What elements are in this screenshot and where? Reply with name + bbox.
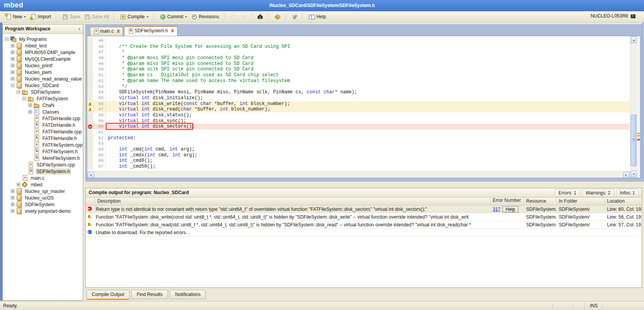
tree-item[interactable]: SDFileSystem.cpp	[3, 161, 83, 168]
scroll-right-icon[interactable]	[623, 172, 630, 178]
tree-item[interactable]: MemFileSystem.h	[3, 155, 83, 161]
code-text[interactable]: int _cmd58();	[106, 164, 155, 170]
toolbar-button[interactable]	[228, 12, 238, 21]
tree-expander-icon[interactable]	[23, 170, 26, 173]
code-line[interactable]: 47 *	[87, 49, 630, 55]
toolbar-button[interactable]	[255, 12, 265, 21]
tree-expander-icon[interactable]	[11, 44, 14, 47]
code-line[interactable]: 54 SDFileSystem(PinName mosi, PinName mi…	[87, 89, 630, 95]
code-text[interactable]: virtual int disk_sectors();	[106, 124, 195, 130]
code-text[interactable]: int _cmd(int cmd, int arg);	[106, 147, 195, 152]
table-row[interactable]: Function "FATFileSystem::disk_read(std::…	[86, 221, 642, 229]
column-error-number[interactable]: Error Number	[490, 198, 524, 205]
tree-expander-icon[interactable]	[28, 150, 32, 153]
tree-expander-icon[interactable]	[28, 110, 32, 114]
code-line[interactable]: 45	[87, 38, 630, 44]
horizontal-scrollbar[interactable]	[87, 171, 630, 178]
tree-expander-icon[interactable]	[11, 203, 14, 206]
code-line[interactable]: 57 virtual int disk_read(char *buffer, i…	[87, 107, 630, 112]
bottom-tab[interactable]: Compile Output	[86, 290, 130, 299]
tree-expander-icon[interactable]	[17, 183, 20, 186]
code-line[interactable]: 60 virtual int disk_sectors();	[87, 124, 630, 130]
scroll-left-icon[interactable]	[88, 172, 94, 178]
toolbar-button[interactable]	[53, 12, 60, 21]
code-text[interactable]: virtual int disk_initialize();	[106, 95, 203, 101]
scroll-up-icon[interactable]	[631, 37, 637, 43]
toolbar-button[interactable]	[238, 12, 248, 21]
error-number-link[interactable]: 317	[493, 207, 500, 212]
toolbar-button[interactable]: Revisions	[189, 12, 221, 21]
toolbar-button[interactable]: Save	[60, 12, 82, 21]
tree-expander-icon[interactable]	[11, 70, 14, 74]
code-line[interactable]: 53 */	[87, 84, 630, 90]
toolbar-button[interactable]	[265, 12, 272, 21]
toolbar-button[interactable]	[221, 12, 228, 21]
table-row[interactable]: Unable to download. Fix the reported err…	[86, 229, 642, 236]
tree-expander-icon[interactable]	[28, 137, 32, 140]
code-text[interactable]: int _cmd8();	[106, 158, 153, 164]
code-line[interactable]: 58 virtual int disk_status();	[87, 112, 630, 118]
code-line[interactable]: 62 protected:	[87, 135, 630, 141]
tree-item[interactable]: xively-jumpstart-demo	[3, 208, 83, 214]
tree-item[interactable]: Classes	[3, 109, 83, 115]
tree-expander-icon[interactable]	[28, 156, 32, 160]
code-text[interactable]: * @param sclk SPI sclk pin connected to …	[106, 67, 253, 72]
close-tab-icon[interactable]: X	[171, 28, 174, 33]
toolbar-button[interactable]: Import	[28, 12, 53, 21]
code-text[interactable]: virtual int disk_status();	[106, 112, 192, 118]
code-text[interactable]: * @param name The name used to access th…	[106, 78, 290, 84]
code-line[interactable]: 65 int _cmdx(int cmd, int arg);	[87, 152, 630, 158]
code-line[interactable]: 52 * @param name The name used to access…	[87, 78, 630, 84]
tree-item[interactable]: Nucleo_printf	[3, 62, 83, 69]
code-text[interactable]: SDFileSystem(PinName mosi, PinName miso,…	[106, 89, 357, 95]
tree-item[interactable]: SDFileSystem	[3, 201, 83, 208]
tree-item[interactable]: main.c	[3, 175, 83, 181]
code-line[interactable]: 61	[87, 130, 630, 135]
toolbar-button[interactable]: Save All	[82, 12, 111, 21]
toolbar-button[interactable]	[290, 12, 300, 21]
tree-item[interactable]: Nucleo_read_analog_value	[3, 75, 83, 82]
collapse-panel-icon[interactable]: ‹	[79, 26, 80, 32]
table-row[interactable]: Function "FATFileSystem::disk_write(cons…	[86, 213, 642, 221]
code-text[interactable]: /** Create the File System for accessing…	[106, 44, 290, 50]
toolbar-button[interactable]	[111, 12, 118, 21]
tree-item[interactable]: FATFileHandle.h	[3, 135, 83, 142]
code-text[interactable]: virtual int disk_write(const char *buffe…	[106, 101, 290, 107]
column-location[interactable]: Location	[605, 198, 642, 205]
code-line[interactable]: 46 /** Create the File System for access…	[87, 44, 630, 50]
tree-expander-icon[interactable]	[28, 143, 32, 147]
tree-expander-icon[interactable]	[28, 130, 32, 133]
target-selector[interactable]: NUCLEO-L053R8	[591, 13, 636, 19]
toolbar-button[interactable]	[272, 12, 283, 21]
tree-item[interactable]: ChaN	[3, 102, 83, 109]
tree-item[interactable]: Nucleo_pwm	[3, 69, 83, 75]
tree-expander-icon[interactable]	[23, 163, 26, 166]
table-row[interactable]: Return type is not identical to nor cova…	[86, 205, 642, 213]
editor-tab[interactable]: SDFileSystem.h X	[124, 26, 177, 36]
tree-expander-icon[interactable]	[11, 189, 14, 193]
tree-expander-icon[interactable]	[11, 84, 14, 87]
bottom-tab[interactable]: Notifications	[170, 290, 206, 299]
toolbar-button[interactable]	[300, 12, 307, 21]
code-line[interactable]: 55 virtual int disk_initialize();	[87, 95, 630, 101]
code-line[interactable]: 56 virtual int disk_write(const char *bu…	[87, 101, 630, 107]
tree-expander-icon[interactable]	[28, 117, 32, 120]
toolbar-button[interactable]: Help	[307, 12, 328, 21]
tree-expander-icon[interactable]	[23, 97, 26, 100]
vertical-scrollbar-thumb[interactable]	[631, 115, 637, 166]
close-tab-icon[interactable]: X	[117, 29, 119, 33]
toolbar-button[interactable]: New	[3, 12, 28, 21]
tree-item[interactable]: FATFileSystem.h	[3, 148, 83, 155]
code-line[interactable]: 50 * @param sclk SPI sclk pin connected …	[87, 67, 630, 72]
code-line[interactable]: 48 * @param mosi SPI mosi pin connected …	[87, 55, 630, 61]
bottom-tab[interactable]: Find Results	[131, 290, 168, 299]
tree-expander-icon[interactable]	[17, 90, 20, 94]
tree-expander-icon[interactable]	[11, 209, 14, 213]
vertical-scrollbar[interactable]	[630, 36, 637, 178]
code-text[interactable]: * @param cs DigitalOut pin used as SD Ca…	[106, 72, 279, 78]
toolbar-button[interactable]	[248, 12, 255, 21]
tree-item[interactable]: SDFileSystem	[3, 89, 83, 95]
tree-expander-icon[interactable]	[28, 103, 32, 107]
editor-tab[interactable]: main.c X	[90, 27, 123, 36]
tree-expander-icon[interactable]	[11, 64, 14, 67]
